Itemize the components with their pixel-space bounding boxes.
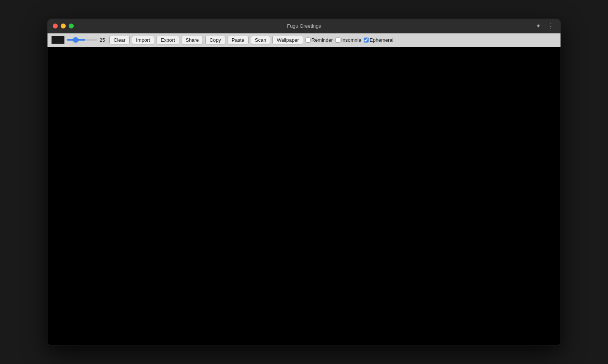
reminder-label: Reminder <box>312 37 333 43</box>
export-button[interactable]: Export <box>157 36 179 44</box>
ephemeral-checkbox-label[interactable]: Ephemeral <box>364 37 394 43</box>
extensions-icon[interactable]: ✦ <box>534 22 542 30</box>
reminder-checkbox-label[interactable]: Reminder <box>306 37 333 43</box>
close-button[interactable] <box>53 24 58 28</box>
menu-icon[interactable]: ⋮ <box>546 22 555 30</box>
slider-container: 25 <box>67 37 107 43</box>
app-window: Fugu Greetings ✦ ⋮ 25 Clear Import Expor… <box>48 19 560 345</box>
copy-button[interactable]: Copy <box>205 36 225 44</box>
size-slider[interactable] <box>67 39 97 41</box>
share-button[interactable]: Share <box>182 36 203 44</box>
insomnia-checkbox[interactable] <box>335 38 340 43</box>
insomnia-label: Insomnia <box>341 37 361 43</box>
maximize-button[interactable] <box>69 24 74 28</box>
wallpaper-button[interactable]: Wallpaper <box>272 36 303 44</box>
canvas-area[interactable] <box>48 47 560 345</box>
window-title: Fugu Greetings <box>287 23 321 29</box>
clear-button[interactable]: Clear <box>109 36 130 44</box>
insomnia-checkbox-label[interactable]: Insomnia <box>335 37 361 43</box>
title-bar: Fugu Greetings ✦ ⋮ <box>48 19 560 33</box>
color-swatch[interactable] <box>51 36 65 44</box>
ephemeral-checkbox[interactable] <box>364 38 369 43</box>
window-actions: ✦ ⋮ <box>534 22 555 30</box>
paste-button[interactable]: Paste <box>228 36 249 44</box>
import-button[interactable]: Import <box>132 36 154 44</box>
reminder-checkbox[interactable] <box>306 38 310 43</box>
slider-value: 25 <box>100 37 107 43</box>
scan-button[interactable]: Scan <box>251 36 271 44</box>
minimize-button[interactable] <box>61 24 66 28</box>
toolbar: 25 Clear Import Export Share Copy Paste … <box>48 33 560 47</box>
ephemeral-label: Ephemeral <box>370 37 394 43</box>
traffic-lights <box>53 24 74 28</box>
